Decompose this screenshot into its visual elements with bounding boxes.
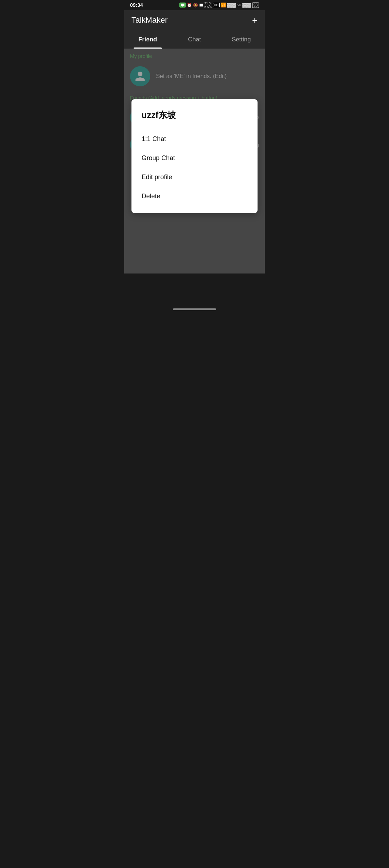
status-icons: ⏰ 🔕 ⯀ 21.0KB/S HD 📶 ▓▓▓ 5G ▓▓▓ 98	[179, 1, 259, 9]
add-button[interactable]: +	[252, 15, 258, 25]
tab-setting[interactable]: Setting	[218, 30, 265, 49]
status-bar: 09:34 ⏰ 🔕 ⯀ 21.0KB/S HD 📶 ▓▓▓ 5G ▓▓▓ 98	[124, 0, 265, 10]
signal-5g: 5G	[237, 3, 241, 7]
tab-chat[interactable]: Chat	[171, 30, 218, 49]
tab-friend[interactable]: Friend	[124, 30, 171, 49]
tab-bar: Friend Chat Setting	[124, 30, 265, 49]
signal-bars: ▓▓▓	[242, 3, 251, 7]
home-indicator	[173, 308, 216, 310]
bluetooth-icon: ⯀	[199, 3, 203, 7]
wifi-icon: 📶	[221, 3, 226, 8]
mute-icon: 🔕	[193, 3, 198, 8]
chat-notification-icon	[179, 3, 186, 8]
app-title: TalkMaker	[131, 15, 167, 25]
alarm-icon: ⏰	[187, 3, 192, 8]
modal-group-chat[interactable]: Group Chat	[142, 149, 247, 168]
content-area: My profile Set as 'ME' in friends. (Edit…	[124, 49, 265, 273]
data-speed: 21.0KB/S	[204, 1, 212, 9]
modal-one-to-one-chat[interactable]: 1:1 Chat	[142, 130, 247, 149]
hd-badge: HD	[213, 3, 220, 7]
modal-edit-profile[interactable]: Edit profile	[142, 168, 247, 187]
modal-delete[interactable]: Delete	[142, 187, 247, 206]
status-time: 09:34	[130, 2, 143, 8]
app-header: TalkMaker +	[124, 10, 265, 30]
signal-4g: ▓▓▓	[227, 3, 236, 7]
battery-icon: 98	[252, 3, 259, 8]
context-menu-modal: uzzf东坡 1:1 Chat Group Chat Edit profile …	[131, 99, 258, 213]
modal-title: uzzf东坡	[142, 109, 247, 121]
